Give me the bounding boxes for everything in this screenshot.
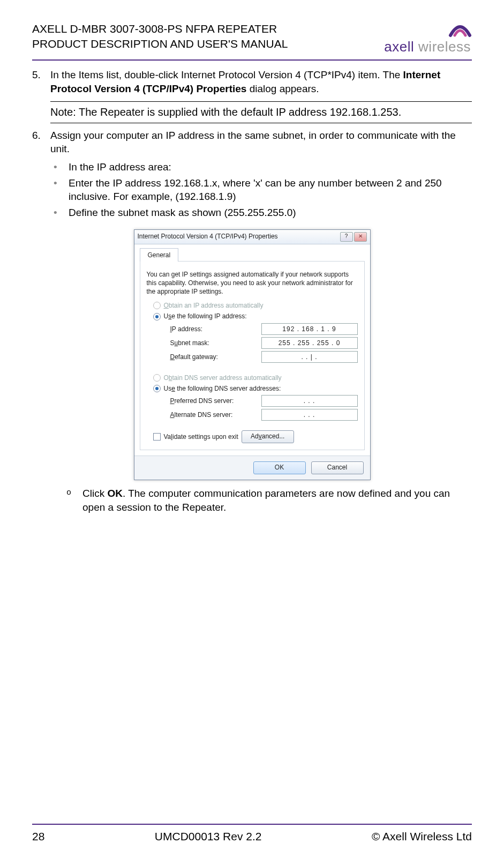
subnet-mask-field[interactable]: 255 . 255 . 255 . 0 <box>261 337 358 349</box>
validate-checkbox[interactable] <box>153 433 161 441</box>
footer-doc-rev: UMCD00013 Rev 2.2 <box>155 830 262 843</box>
step-5-text-c: dialog appears. <box>246 83 319 94</box>
header-line1: AXELL D-MBR 3007-3008-PS NFPA REPEATER <box>32 21 288 36</box>
ip-address-row: IP address: 192 . 168 . 1 . 9 <box>170 323 358 335</box>
sub-step-text-b: OK <box>107 488 123 499</box>
logo-text: axell wireless <box>384 39 471 55</box>
radio-obtain-ip-auto[interactable]: Obtain an IP address automatically <box>153 301 358 310</box>
subnet-mask-row: Subnet mask: 255 . 255 . 255 . 0 <box>170 337 358 349</box>
cancel-button[interactable]: Cancel <box>311 461 364 474</box>
general-tab[interactable]: General <box>140 248 179 262</box>
step-6: 6. Assign your computer an IP address in… <box>32 129 472 220</box>
preferred-dns-field[interactable]: . . . <box>261 395 358 407</box>
dialog-description: You can get IP settings assigned automat… <box>147 270 358 296</box>
radio-icon <box>153 302 161 309</box>
window-titlebar: Internet Protocol Version 4 (TCP/IPv4) P… <box>134 230 370 244</box>
ip-address-label: IP address: <box>170 325 261 333</box>
step-6-number: 6. <box>32 129 41 143</box>
radio-obtain-ip-auto-label: Obtain an IP address automatically <box>164 301 264 310</box>
preferred-dns-row: Preferred DNS server: . . . <box>170 395 358 407</box>
ip-address-field[interactable]: 192 . 168 . 1 . 9 <box>261 323 358 335</box>
default-gateway-row: Default gateway: . . | . <box>170 351 358 363</box>
default-gateway-field[interactable]: . . | . <box>261 351 358 363</box>
bullet-2: Enter the IP address 192.168.1.x, where … <box>50 176 472 204</box>
brand-logo: axell wireless <box>384 21 472 55</box>
radio-use-following-ip-label: Use the following IP address: <box>164 312 247 320</box>
step-6-text: Assign your computer an IP address in th… <box>50 130 456 155</box>
page-header: AXELL D-MBR 3007-3008-PS NFPA REPEATER P… <box>32 21 472 61</box>
footer-page-number: 28 <box>32 830 44 843</box>
header-title-block: AXELL D-MBR 3007-3008-PS NFPA REPEATER P… <box>32 21 288 52</box>
page-footer: 28 UMCD00013 Rev 2.2 © Axell Wireless Lt… <box>32 824 472 843</box>
general-panel: You can get IP settings assigned automat… <box>140 261 365 450</box>
alternate-dns-row: Alternate DNS server: . . . <box>170 409 358 421</box>
radio-use-following-ip[interactable]: Use the following IP address: <box>153 312 358 320</box>
radio-use-following-dns[interactable]: Use the following DNS server addresses: <box>153 384 358 393</box>
sub-step-text-c: . The computer communication parameters … <box>82 488 450 513</box>
help-button[interactable]: ? <box>340 232 353 242</box>
step-5: 5. In the Items list, double-click Inter… <box>32 68 472 95</box>
wifi-arc-icon <box>448 21 472 38</box>
radio-icon <box>153 313 161 320</box>
note-box: Note: The Repeater is supplied with the … <box>50 101 472 123</box>
default-gateway-label: Default gateway: <box>170 353 261 361</box>
bullet-1: In the IP address area: <box>50 160 472 174</box>
radio-use-following-dns-label: Use the following DNS server addresses: <box>164 384 281 393</box>
advanced-button[interactable]: Advanced... <box>242 430 294 443</box>
radio-obtain-dns-auto[interactable]: Obtain DNS server address automatically <box>153 374 358 382</box>
sub-step-click-ok: Click OK. The computer communication par… <box>66 487 472 514</box>
header-line2: PRODUCT DESCRIPTION AND USER'S MANUAL <box>32 36 288 51</box>
subnet-mask-label: Subnet mask: <box>170 339 261 347</box>
ok-button[interactable]: OK <box>253 461 306 474</box>
radio-icon <box>153 374 161 382</box>
radio-icon <box>153 385 161 392</box>
close-button[interactable]: ✕ <box>354 232 367 242</box>
ipv4-properties-window: Internet Protocol Version 4 (TCP/IPv4) P… <box>134 229 371 481</box>
alternate-dns-field[interactable]: . . . <box>261 409 358 421</box>
footer-copyright: © Axell Wireless Ltd <box>372 830 472 843</box>
step-5-text-a: In the Items list, double-click Internet… <box>50 69 403 80</box>
bullet-3: Define the subnet mask as shown (255.255… <box>50 206 472 220</box>
radio-obtain-dns-auto-label: Obtain DNS server address automatically <box>164 374 282 382</box>
validate-label: Validate settings upon exit <box>164 432 238 441</box>
alternate-dns-label: Alternate DNS server: <box>170 411 261 419</box>
main-content: 5. In the Items list, double-click Inter… <box>32 68 472 514</box>
dialog-screenshot: Internet Protocol Version 4 (TCP/IPv4) P… <box>32 229 472 481</box>
preferred-dns-label: Preferred DNS server: <box>170 397 261 405</box>
window-title: Internet Protocol Version 4 (TCP/IPv4) P… <box>138 232 278 241</box>
step-5-number: 5. <box>32 68 41 82</box>
sub-step-text-a: Click <box>82 488 107 499</box>
